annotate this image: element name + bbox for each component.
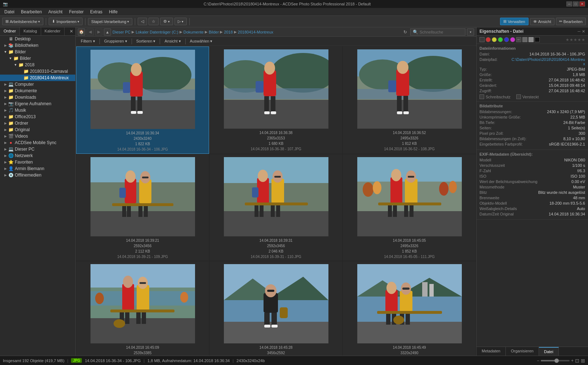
star-3[interactable]: ★ xyxy=(574,37,577,42)
thumb-cell-1[interactable]: 14.04.2018 16:36:34 2430x3240 1 822 KB 1… xyxy=(76,46,209,154)
toolbar-btn-7[interactable]: ▷ ▾ xyxy=(174,18,187,25)
hidden-label[interactable]: Versteckt xyxy=(516,94,539,99)
thumb-cell-4[interactable]: 14.04.2018 16:39:21 2592x3456 2 112 KB 1… xyxy=(76,154,209,261)
tree-item-downloads[interactable]: ▶ 📁 Downloads xyxy=(0,94,75,101)
zoom-plus-button[interactable]: + xyxy=(571,358,574,363)
tree-item-desktop[interactable]: 🖥 Desktop xyxy=(0,36,75,42)
thumb-cell-2[interactable]: 14.04.2018 16:36:38 2365x3153 1 680 KB 1… xyxy=(209,46,342,154)
menu-hilfe[interactable]: Hilfe xyxy=(106,9,120,15)
tree-item-eigene[interactable]: ▶ 📷 Eigene Aufnahmen xyxy=(0,101,75,107)
color-dot-green[interactable] xyxy=(498,37,503,42)
thumb-cell-5[interactable]: 14.04.2018 16:39:31 2592x3456 2 046 KB 1… xyxy=(209,154,342,261)
tree-item-armin[interactable]: ▶ 👤 Armin Biemann xyxy=(0,165,75,172)
tree-item-office[interactable]: ▶ 📁 Office2013 xyxy=(0,113,75,120)
refresh-button[interactable]: ↻ xyxy=(402,28,409,36)
thumb-cell-9[interactable]: 14.04.2018 16:45:49 3320x2490 1 922 KB 1… xyxy=(343,261,476,356)
menu-bearbeiten[interactable]: Bearbeiten xyxy=(18,9,45,15)
back-button[interactable]: ◀ xyxy=(87,28,94,36)
search-input[interactable] xyxy=(420,30,463,34)
zoom-minus-button[interactable]: − xyxy=(537,358,539,363)
zoom-slider-thumb[interactable] xyxy=(554,359,559,363)
color-dot-blue[interactable] xyxy=(504,37,509,42)
tree-item-favoriten[interactable]: ▶ ⭐ Favoriten xyxy=(0,159,75,165)
tree-item-dokumente[interactable]: ▶ 📁 Dokumente xyxy=(0,88,75,94)
tab-katalog[interactable]: Katalog xyxy=(20,27,41,35)
verwalten-button[interactable]: ⊞ Verwalten xyxy=(500,18,528,25)
auswaehlen-button[interactable]: Auswählen ▾ xyxy=(187,38,216,44)
color-dot-yellow[interactable] xyxy=(492,37,497,42)
stapel-button[interactable]: Stapel-Verarbeitung ▾ xyxy=(88,18,132,25)
color-white-dot[interactable] xyxy=(522,37,527,42)
tree-item-original[interactable]: ▶ 📁 Original xyxy=(0,126,75,133)
tree-item-dieserpc[interactable]: ▶ 💻 Dieser PC xyxy=(0,146,75,152)
thumb-area[interactable]: 14.04.2018 16:36:34 2430x3240 1 822 KB 1… xyxy=(76,46,476,356)
panel-close-button[interactable]: ✕ xyxy=(582,29,585,34)
thumb-cell-6[interactable]: 14.04.2018 16:45:05 2495x3326 1 852 KB 1… xyxy=(343,154,476,261)
star-5[interactable]: ★ xyxy=(582,37,585,42)
color-dot-red[interactable] xyxy=(486,37,491,42)
panel-minimize-button[interactable]: ─ xyxy=(578,29,580,34)
crumb-2018[interactable]: 2018 xyxy=(224,30,233,34)
up-button[interactable]: ▲ xyxy=(104,28,111,36)
ansicht-button[interactable]: 👁 Ansicht xyxy=(530,18,554,25)
tree-item-videos[interactable]: ▶ 🎬 Videos xyxy=(0,133,75,139)
color-gray-dot[interactable] xyxy=(529,37,534,42)
bearbeiten-button[interactable]: ✏ Bearbeiten xyxy=(556,18,586,25)
close-button[interactable]: ✕ xyxy=(579,1,585,6)
thumb-cell-8[interactable]: 14.04.2018 16:45:28 3456x2592 1 938 KB 1… xyxy=(209,261,342,356)
crumb-bilder[interactable]: Bilder xyxy=(209,30,219,34)
color-dot-purple[interactable] xyxy=(510,37,515,42)
tab-datei[interactable]: Datei xyxy=(539,347,559,356)
menu-ansicht[interactable]: Ansicht xyxy=(45,9,65,15)
tree-item-bibliotheken[interactable]: ▶ 📚 Bibliotheken xyxy=(0,42,75,49)
gruppieren-button[interactable]: Gruppieren ▾ xyxy=(101,38,130,44)
pencil-edit-button[interactable]: ✏ xyxy=(516,37,521,42)
tree-item-montreux[interactable]: 📁 20180414-Montreux xyxy=(0,75,75,81)
star-1[interactable]: ★ xyxy=(566,37,569,42)
ansicht-filter-button[interactable]: Ansicht ▾ xyxy=(162,38,184,44)
toolbar-btn-4[interactable]: ◁ xyxy=(138,18,147,25)
tree-item-ordner[interactable]: ▶ 📁 Ordner xyxy=(0,120,75,126)
star-4[interactable]: ★ xyxy=(578,37,581,42)
select-checkbox[interactable] xyxy=(479,37,485,42)
color-black-dot[interactable] xyxy=(535,37,540,42)
importieren-button[interactable]: ⬇ Importieren ▾ xyxy=(49,18,83,25)
menu-extras[interactable]: Extras xyxy=(87,9,105,15)
crumb-lokaler[interactable]: Lokaler Datenträger (C:) xyxy=(136,30,178,34)
tree-item-computer[interactable]: ▶ 💻 Computer xyxy=(0,81,75,88)
tree-item-acdsee[interactable]: ▶ ● ACDSee Mobile Sync xyxy=(0,139,75,146)
filtern-button[interactable]: Filtern ▾ xyxy=(78,38,98,44)
thumb-cell-3[interactable]: 14.04.2018 16:36:52 2495x3326 1 812 KB 1… xyxy=(343,46,476,154)
arbeitsbereiche-button[interactable]: ⊞ Arbeitsbereiche ▾ xyxy=(2,18,43,25)
tree-item-bilder-2[interactable]: ▼ 📁 Bilder xyxy=(0,55,75,62)
view-single-button[interactable]: ⊡ xyxy=(575,358,579,364)
maximize-button[interactable]: □ xyxy=(573,1,579,6)
toolbar-btn-6[interactable]: ⚙ ▾ xyxy=(160,18,173,25)
tab-metadaten[interactable]: Metadaten xyxy=(477,347,506,356)
hidden-checkbox[interactable] xyxy=(516,94,521,99)
crumb-montreux[interactable]: 20180414-Montreux xyxy=(238,30,273,34)
crumb-dokumente[interactable]: Dokumente xyxy=(184,30,204,34)
forward-button[interactable]: ▶ xyxy=(95,28,102,36)
tab-organisieren[interactable]: Organisieren xyxy=(506,347,539,356)
writeprotect-checkbox[interactable] xyxy=(479,94,484,99)
tab-ordner[interactable]: Ordner xyxy=(0,27,20,35)
sidebar-close-button[interactable]: ✕ xyxy=(67,27,75,35)
crumb-dieser-pc[interactable]: Dieser PC xyxy=(112,30,131,34)
tree-item-offline[interactable]: ▶ 💿 Offlinemedien xyxy=(0,172,75,178)
sortieren-button[interactable]: Sortieren ▾ xyxy=(133,38,159,44)
tree-item-2018[interactable]: ▼ 📁 2018 xyxy=(0,62,75,68)
tree-item-bilder-1[interactable]: ▼ 📁 Bilder xyxy=(0,49,75,55)
search-options-button[interactable]: ▾ xyxy=(467,28,474,36)
tree-item-musik[interactable]: ▶ 🎵 Musik xyxy=(0,107,75,113)
tab-kalender[interactable]: Kalender xyxy=(41,27,65,35)
view-grid-button[interactable]: ⊞ xyxy=(581,358,585,364)
home-button[interactable]: 🏠 xyxy=(78,28,85,36)
tree-item-carnaval[interactable]: 📁 20180310-Carnaval xyxy=(0,68,75,75)
thumb-cell-7[interactable]: 14.04.2018 16:45:09 2539x3385 1 810 KB 1… xyxy=(76,261,209,356)
minimize-button[interactable]: ─ xyxy=(566,1,572,6)
star-2[interactable]: ★ xyxy=(570,37,573,42)
tree-item-netzwerk[interactable]: ▶ 🌐 Netzwerk xyxy=(0,152,75,159)
menu-datei[interactable]: Datei xyxy=(1,9,17,15)
menu-fenster[interactable]: Fenster xyxy=(66,9,87,15)
